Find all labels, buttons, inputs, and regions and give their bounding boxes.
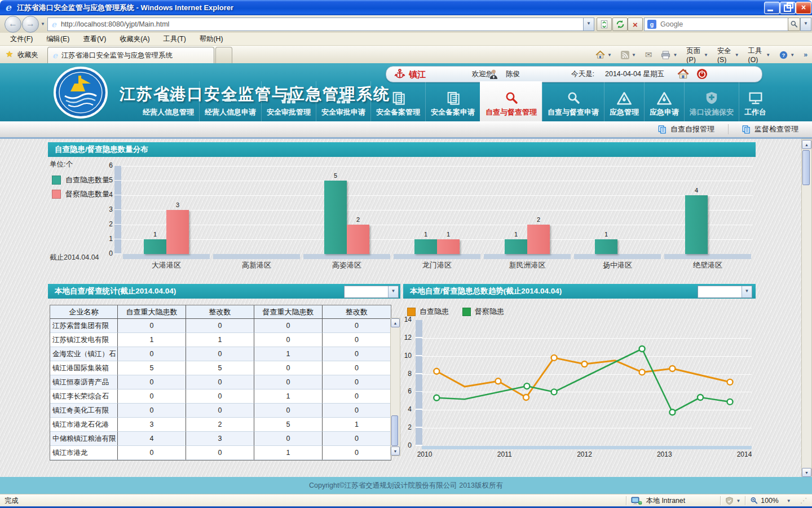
- subnav-item-自查自报管理[interactable]: 自查自报管理: [645, 124, 728, 134]
- menu-item[interactable]: 工具(T): [157, 34, 193, 44]
- users-icon: [161, 91, 176, 105]
- intranet-computer-icon: [631, 497, 642, 505]
- refresh-button[interactable]: [612, 17, 628, 31]
- help-button[interactable]: ? ▼: [775, 51, 799, 59]
- bar-gridline: [121, 195, 753, 196]
- zoom-control[interactable]: 100% ▼: [745, 494, 795, 507]
- line-y-tick-label: 10: [395, 352, 412, 360]
- nav-item-港口设施保安[interactable]: 港口设施保安: [684, 81, 739, 121]
- table-cell-company[interactable]: 镇江奇美化工有限: [50, 404, 118, 418]
- line-chart-plot: [422, 320, 752, 453]
- table-cell-value: 0: [254, 333, 323, 347]
- table-cell-company[interactable]: 镇江港国际集装箱: [50, 361, 118, 375]
- table-cell-value: 0: [186, 404, 254, 418]
- dropdown-icon: ▼: [704, 52, 708, 58]
- line-legend-self: 自查隐患: [407, 306, 449, 317]
- legend-label-supervise: 督察隐患: [475, 306, 504, 317]
- active-tab[interactable]: e 江苏省港口安全监管与应急管理系统: [47, 47, 214, 63]
- menu-item[interactable]: 编辑(E): [39, 34, 76, 44]
- search-box[interactable]: g: [644, 17, 788, 31]
- table-cell-company[interactable]: 江苏镇江发电有限: [50, 333, 118, 347]
- nav-item-安全备案申请[interactable]: 安全备案申请: [425, 81, 480, 121]
- table-cell-value: 0: [118, 404, 186, 418]
- print-button[interactable]: ▼: [656, 51, 682, 59]
- menu-item[interactable]: 帮助(H): [193, 34, 230, 44]
- table-cell-value: 0: [323, 446, 391, 460]
- nav-item-安全备案管理[interactable]: 安全备案管理: [370, 81, 425, 121]
- bar-category-label: 绝壁港区: [663, 260, 753, 270]
- page-scroll-down-button[interactable]: ▼: [802, 468, 811, 477]
- command-item[interactable]: 页面(P)▼: [682, 46, 713, 64]
- report-icon: [658, 125, 667, 134]
- page-scrollbar[interactable]: ▲ ▼: [801, 139, 812, 478]
- tab-ie-icon: e: [52, 51, 58, 60]
- favorites-star-icon[interactable]: ★: [6, 49, 13, 59]
- feeds-button[interactable]: ▼: [616, 51, 641, 59]
- page-scroll-up-button[interactable]: ▲: [802, 140, 811, 149]
- read-mail-button[interactable]: ✉: [641, 50, 657, 60]
- bar-gridline: [121, 225, 753, 225]
- menu-item[interactable]: 收藏夹(A): [113, 34, 156, 44]
- table-cell-company[interactable]: 金海宏业（镇江）石: [50, 347, 118, 361]
- menu-item[interactable]: 文件(F): [3, 34, 39, 44]
- stop-button[interactable]: ×: [628, 17, 643, 31]
- nav-item-自查与督查申请[interactable]: 自查与督查申请: [542, 81, 604, 121]
- favorites-label[interactable]: 收藏夹: [17, 50, 38, 60]
- new-tab-button[interactable]: [215, 47, 232, 64]
- minimize-button[interactable]: [764, 2, 780, 14]
- subnav-item-监督检查管理[interactable]: 监督检查管理: [728, 124, 812, 134]
- nav-item-应急申请[interactable]: 应急申请: [644, 81, 684, 121]
- command-item[interactable]: 安全(S)▼: [713, 46, 744, 64]
- address-toolbar: ← → ▼ e ▼ × g ▼: [0, 15, 812, 33]
- forward-button[interactable]: →: [22, 16, 39, 33]
- nav-item-安全审批申请[interactable]: 安全审批申请: [316, 81, 370, 121]
- table-filter-select[interactable]: ▼: [344, 286, 399, 298]
- protected-mode-button[interactable]: ▼: [721, 494, 745, 507]
- nav-item-经营人信息申请[interactable]: 经营人信息申请: [199, 81, 261, 121]
- search-options-dropdown[interactable]: ▼: [800, 17, 811, 31]
- back-button[interactable]: ←: [5, 16, 21, 33]
- table-cell-company[interactable]: 镇江市港龙石化港: [50, 418, 118, 432]
- table-cell-company[interactable]: 中储粮镇江粮油有限: [50, 432, 118, 446]
- bar-supervision: [527, 225, 550, 254]
- compatibility-button[interactable]: [597, 17, 612, 31]
- table-cell-company[interactable]: 镇江李长荣综合石: [50, 389, 118, 404]
- address-dropdown[interactable]: ▼: [583, 17, 594, 31]
- nav-item-应急管理[interactable]: 应急管理: [604, 81, 644, 121]
- window-title: 江苏省港口安全监管与应急管理系统 - Windows Internet Expl…: [17, 3, 233, 13]
- status-bar: 完成 本地 Intranet ▼ 100% ▼ ⋰: [0, 494, 812, 507]
- bar-x-axis-segment: [303, 254, 390, 259]
- bar-x-axis-segment: [484, 254, 571, 259]
- line-chart-filter-select[interactable]: ▼: [698, 286, 752, 298]
- address-field[interactable]: e: [47, 17, 584, 31]
- status-done: 完成: [0, 494, 23, 507]
- search-input[interactable]: [659, 20, 769, 29]
- table-cell-company[interactable]: 江苏索普集团有限: [50, 319, 118, 333]
- nav-item-自查与督查管理[interactable]: 自查与督查管理: [480, 81, 542, 121]
- home-button[interactable]: ▼: [591, 50, 616, 59]
- history-dropdown[interactable]: ▼: [41, 21, 45, 27]
- search-button[interactable]: [788, 17, 800, 31]
- table-cell-company[interactable]: 镇江市港龙: [50, 446, 118, 460]
- table-cell-company[interactable]: 镇江恒泰沥青产品: [50, 375, 118, 389]
- resize-grip[interactable]: ⋰: [796, 494, 812, 507]
- table-cell-value: 0: [323, 361, 391, 375]
- nav-item-label: 应急申请: [650, 107, 679, 117]
- nav-item-工作台[interactable]: 工作台: [739, 81, 771, 121]
- bar-gridline: [121, 166, 753, 167]
- url-input[interactable]: [60, 20, 564, 29]
- toolbar-overflow-chevron[interactable]: »: [799, 51, 812, 59]
- current-date: 2014-04-04 星期五: [605, 67, 664, 82]
- menu-item[interactable]: 查看(V): [76, 34, 113, 44]
- command-item[interactable]: 工具(O)▼: [744, 46, 775, 64]
- restore-button[interactable]: [780, 2, 796, 14]
- select-dropdown-icon: ▼: [742, 286, 752, 297]
- nav-item-label: 应急管理: [610, 107, 639, 117]
- nav-item-安全审批管理[interactable]: 安全审批管理: [261, 81, 316, 121]
- date-label: 今天是:: [571, 67, 594, 82]
- bar-x-axis-segment: [394, 254, 480, 259]
- nav-item-经营人信息管理[interactable]: 经营人信息管理: [138, 81, 199, 121]
- close-button[interactable]: ×: [796, 2, 811, 14]
- subnav-item-label: 自查自报管理: [670, 124, 714, 134]
- page-scroll-thumb[interactable]: [802, 150, 810, 185]
